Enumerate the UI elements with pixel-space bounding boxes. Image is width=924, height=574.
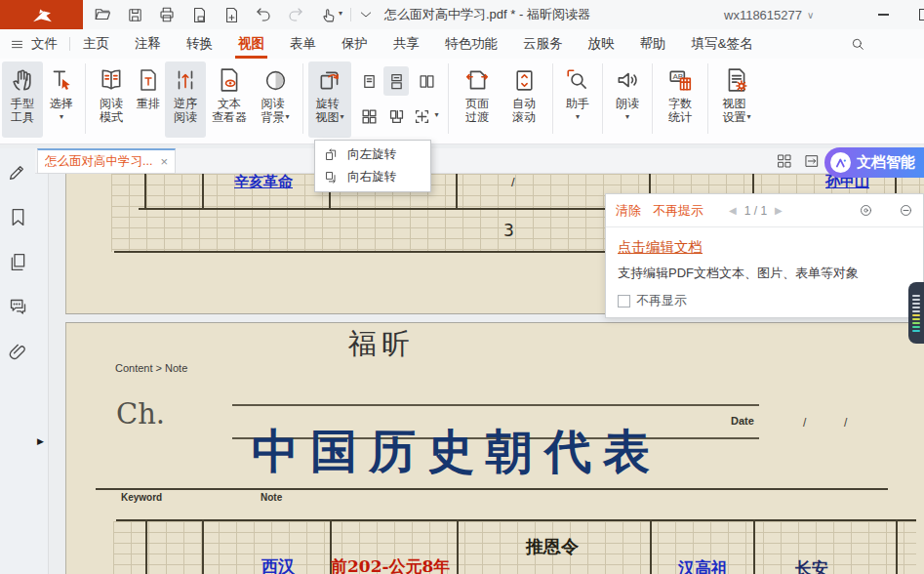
rotate-view-label: 旋转 视图 bbox=[315, 97, 339, 124]
text-viewer-button[interactable]: 文本 查看器 bbox=[206, 62, 253, 138]
menu-present[interactable]: 放映 bbox=[576, 29, 627, 59]
rotate-view-icon bbox=[317, 65, 342, 95]
menu-view[interactable]: 视图 bbox=[225, 29, 277, 59]
menu-share[interactable]: 共享 bbox=[381, 29, 432, 59]
collapse-panel-icon[interactable] bbox=[899, 203, 913, 218]
layout-facing-icon bbox=[419, 73, 435, 90]
grid-view-icon bbox=[777, 153, 792, 169]
pencil-icon bbox=[8, 161, 28, 182]
read-background-button[interactable]: 阅读 背景 ▾ bbox=[253, 62, 298, 138]
hint-settings-icon[interactable] bbox=[859, 203, 873, 218]
collapse-toolbar-button[interactable] bbox=[357, 6, 375, 23]
minimize-button[interactable] bbox=[869, 0, 897, 29]
next-hint-button[interactable]: ▶ bbox=[775, 205, 783, 216]
layout-split-button[interactable]: ▾ bbox=[414, 102, 439, 131]
auto-scroll-icon bbox=[512, 65, 537, 95]
caret-down-icon: ▾ bbox=[60, 112, 63, 122]
menu-comment[interactable]: 注释 bbox=[122, 29, 174, 59]
menu-fill-sign[interactable]: 填写&签名 bbox=[679, 29, 766, 59]
auto-scroll-button[interactable]: 自动 滚动 bbox=[501, 62, 547, 138]
comments-panel-button[interactable] bbox=[8, 297, 29, 318]
read-mode-button[interactable]: 阅读 模式 bbox=[91, 62, 132, 138]
cell-emperor: 汉高祖 bbox=[678, 557, 728, 574]
reflow-button[interactable]: 重排 bbox=[132, 62, 165, 138]
layout-single-button[interactable] bbox=[356, 66, 382, 96]
tab-close-button[interactable]: × bbox=[160, 154, 168, 169]
add-page-icon bbox=[223, 7, 240, 23]
window-title: 怎么面对高中学习.pdf * - 福昕阅读器 bbox=[384, 6, 590, 23]
rotate-view-button[interactable]: 旋转 视图 ▾ bbox=[308, 62, 351, 138]
hint-panel-body: 点击编辑文档 支持编辑PDF文档文本、图片、表单等对象 不再显示 bbox=[606, 227, 923, 320]
caret-down-icon: ▾ bbox=[576, 112, 580, 122]
layout-facing-continuous-button[interactable] bbox=[356, 102, 382, 131]
page1-number: 3 bbox=[503, 221, 514, 240]
page-transition-button[interactable]: 页面 过渡 bbox=[454, 62, 501, 138]
menu-cloud[interactable]: 云服务 bbox=[510, 29, 576, 59]
word-count-label: 字数 统计 bbox=[668, 97, 692, 124]
background-moon-icon bbox=[263, 65, 288, 95]
word-count-button[interactable]: AB 字数 统计 bbox=[658, 62, 703, 138]
menu-features[interactable]: 特色功能 bbox=[432, 29, 510, 59]
print-button[interactable] bbox=[158, 6, 176, 23]
ai-assistant-button[interactable]: 文档智能 bbox=[824, 147, 924, 178]
select-tool-button[interactable]: 选择 ▾ bbox=[43, 62, 80, 138]
layout-continuous-icon bbox=[388, 73, 405, 90]
rotate-right-item[interactable]: 向右旋转 bbox=[315, 166, 430, 188]
annotate-panel-button[interactable] bbox=[8, 161, 29, 183]
hand-tool-button[interactable]: 手型 工具 bbox=[2, 62, 43, 138]
menu-help[interactable]: 帮助 bbox=[627, 29, 679, 59]
export-page-icon bbox=[191, 7, 208, 23]
dont-show-checkbox[interactable] bbox=[618, 295, 630, 308]
divider bbox=[707, 63, 708, 134]
export-page-button[interactable] bbox=[190, 6, 208, 23]
bookmark-panel-button[interactable] bbox=[8, 207, 29, 228]
reverse-read-button[interactable]: 逆序 阅读 bbox=[165, 62, 206, 138]
menu-form[interactable]: 表单 bbox=[277, 29, 329, 59]
add-page-button[interactable] bbox=[222, 6, 240, 23]
pages-panel-button[interactable] bbox=[8, 252, 29, 273]
select-label: 选择 bbox=[50, 97, 73, 110]
menu-file[interactable]: 文件 bbox=[0, 29, 69, 59]
account-name: wx118615277 bbox=[724, 8, 802, 22]
open-button[interactable] bbox=[94, 6, 111, 23]
thumbnail-view-button[interactable] bbox=[777, 153, 792, 169]
floating-mini-toolbar[interactable] bbox=[908, 282, 924, 344]
search-button[interactable] bbox=[850, 36, 865, 52]
maximize-button[interactable] bbox=[911, 0, 924, 29]
cell-capital: 长安 bbox=[795, 557, 828, 574]
chapter-label: Ch. bbox=[116, 397, 165, 430]
dont-remind-button[interactable]: 不再提示 bbox=[653, 202, 703, 220]
view-settings-button[interactable]: 视图 设置 ▾ bbox=[713, 62, 760, 138]
search-icon bbox=[850, 36, 865, 52]
menu-home[interactable]: 主页 bbox=[70, 29, 122, 59]
layout-continuous-button[interactable] bbox=[383, 66, 409, 96]
menu-file-label: 文件 bbox=[31, 35, 58, 53]
rotate-left-item[interactable]: 向左旋转 bbox=[315, 144, 430, 166]
edit-document-link[interactable]: 点击编辑文档 bbox=[618, 238, 703, 257]
prev-hint-button[interactable]: ◀ bbox=[729, 205, 737, 216]
document-tab[interactable]: 怎么面对高中学习... × bbox=[37, 148, 176, 174]
attachments-panel-button[interactable] bbox=[8, 342, 29, 363]
undo-button[interactable] bbox=[255, 6, 272, 23]
redo-button[interactable] bbox=[287, 6, 304, 23]
layout-cover-icon bbox=[388, 108, 405, 125]
read-aloud-button[interactable]: 朗读 ▾ bbox=[608, 62, 647, 138]
menu-convert[interactable]: 转换 bbox=[174, 29, 225, 59]
divider bbox=[602, 63, 603, 134]
divider bbox=[302, 63, 303, 134]
touch-mode-button[interactable]: ▾ bbox=[319, 6, 344, 23]
sidebar-expand-handle[interactable]: ▶ bbox=[37, 436, 44, 446]
clear-button[interactable]: 清除 bbox=[616, 202, 641, 220]
assistant-button[interactable]: 助手 ▾ bbox=[558, 62, 597, 138]
layout-facing-button[interactable] bbox=[414, 66, 439, 96]
ribbon-view-tab: 手型 工具 选择 ▾ 阅读 模式 bbox=[0, 59, 924, 144]
panel-switch-icon bbox=[804, 153, 820, 169]
save-button[interactable] bbox=[126, 6, 143, 23]
menu-protect[interactable]: 保护 bbox=[329, 29, 381, 59]
account-menu[interactable]: wx118615277 ∨ bbox=[724, 0, 814, 29]
reflow-page-icon bbox=[137, 65, 160, 95]
quick-access-toolbar: ▾ bbox=[94, 6, 344, 23]
panel-toggle-button[interactable] bbox=[804, 153, 820, 169]
layout-cover-button[interactable] bbox=[383, 102, 409, 131]
auto-scroll-label: 自动 滚动 bbox=[512, 97, 536, 124]
